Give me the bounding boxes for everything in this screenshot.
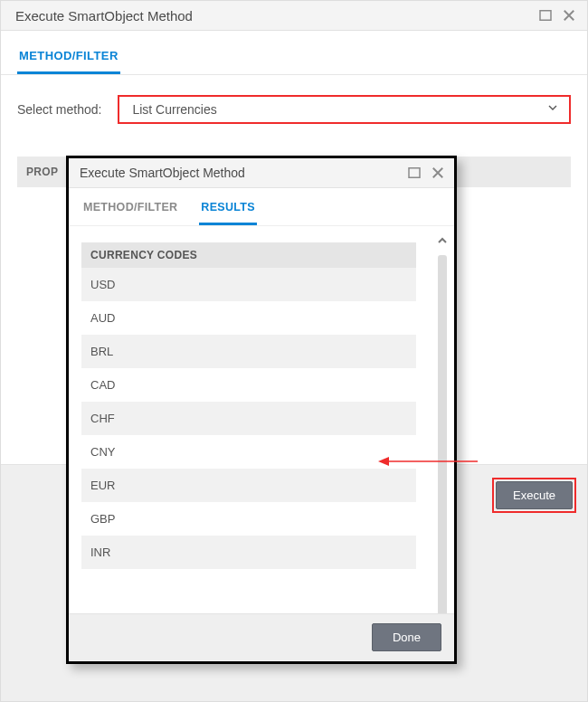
column-header: CURRENCY CODES [81,242,416,268]
dialog-title: Execute SmartObject Method [15,8,193,24]
table-row[interactable]: AUD [81,301,416,335]
close-icon[interactable] [560,6,578,24]
table-row[interactable]: CHF [81,402,416,435]
results-footer: Done [69,613,454,660]
select-method-row: Select method: List Currencies [1,75,587,140]
results-body: METHOD/FILTER RESULTS CURRENCY CODES USD… [69,188,454,660]
tab-method-filter-inner[interactable]: METHOD/FILTER [81,197,179,225]
method-select-value: List Currencies [132,102,216,117]
close-icon[interactable] [429,164,447,182]
select-method-label: Select method: [17,102,101,117]
properties-label: PROP [17,166,58,178]
results-area: CURRENCY CODES USDAUDBRLCADCHFCNYEURGBPI… [69,226,454,613]
tab-method-filter[interactable]: METHOD/FILTER [17,43,120,74]
svg-rect-0 [540,11,551,21]
table-row[interactable]: CNY [81,435,416,469]
scrollbar-track[interactable] [438,255,447,613]
results-window-controls [405,164,447,182]
table-row[interactable]: INR [81,536,416,569]
scrollbar-vertical[interactable] [434,233,450,613]
tab-results[interactable]: RESULTS [199,197,257,225]
table-row[interactable]: CAD [81,368,416,402]
execute-button[interactable]: Execute [496,481,573,509]
svg-rect-1 [409,168,420,178]
maximize-icon[interactable] [405,164,423,182]
chevron-down-icon [545,100,560,119]
maximize-icon[interactable] [536,6,555,24]
done-button[interactable]: Done [372,623,441,651]
table-row[interactable]: USD [81,268,416,301]
results-dialog-title: Execute SmartObject Method [80,166,245,180]
tab-bar: METHOD/FILTER [1,31,587,75]
results-tab-bar: METHOD/FILTER RESULTS [69,188,454,226]
table-row[interactable]: BRL [81,335,416,368]
method-select[interactable]: List Currencies [118,95,571,124]
dialog-header: Execute SmartObject Method [1,1,587,31]
results-dialog-header: Execute SmartObject Method [69,158,454,188]
execute-highlight: Execute [492,478,576,513]
table-row[interactable]: EUR [81,469,416,502]
chevron-up-icon[interactable] [435,233,450,251]
results-dialog: Execute SmartObject Method METHOD/FILTER… [66,156,457,664]
window-controls [536,6,578,24]
table-row[interactable]: GBP [81,502,416,536]
results-column: CURRENCY CODES USDAUDBRLCADCHFCNYEURGBPI… [81,242,416,569]
